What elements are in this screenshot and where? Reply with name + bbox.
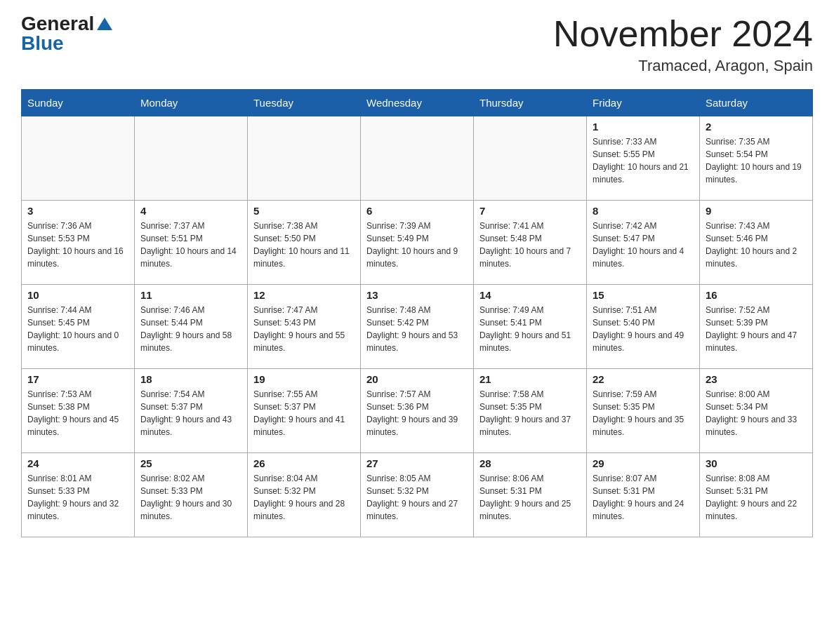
day-info: Sunrise: 7:58 AMSunset: 5:35 PMDaylight:…: [479, 388, 581, 438]
day-number: 12: [253, 289, 355, 301]
table-row: 5Sunrise: 7:38 AMSunset: 5:50 PMDaylight…: [248, 201, 361, 285]
day-info: Sunrise: 7:51 AMSunset: 5:40 PMDaylight:…: [593, 304, 694, 354]
day-info: Sunrise: 7:38 AMSunset: 5:50 PMDaylight:…: [253, 220, 355, 270]
table-row: 6Sunrise: 7:39 AMSunset: 5:49 PMDaylight…: [361, 201, 474, 285]
table-row: 13Sunrise: 7:48 AMSunset: 5:42 PMDayligh…: [361, 285, 474, 369]
table-row: 29Sunrise: 8:07 AMSunset: 5:31 PMDayligh…: [587, 453, 700, 537]
day-info: Sunrise: 7:33 AMSunset: 5:55 PMDaylight:…: [593, 135, 694, 186]
day-number: 17: [27, 373, 128, 385]
day-number: 30: [706, 457, 807, 469]
calendar-week-row: 3Sunrise: 7:36 AMSunset: 5:53 PMDaylight…: [22, 201, 813, 285]
day-number: 14: [479, 289, 581, 301]
col-friday: Friday: [587, 90, 700, 116]
day-info: Sunrise: 7:44 AMSunset: 5:45 PMDaylight:…: [27, 304, 128, 354]
day-number: 11: [140, 289, 241, 301]
day-info: Sunrise: 7:57 AMSunset: 5:36 PMDaylight:…: [366, 388, 468, 438]
table-row: 14Sunrise: 7:49 AMSunset: 5:41 PMDayligh…: [474, 285, 587, 369]
day-number: 2: [706, 121, 807, 133]
day-number: 16: [706, 289, 807, 301]
table-row: 27Sunrise: 8:05 AMSunset: 5:32 PMDayligh…: [361, 453, 474, 537]
table-row: 7Sunrise: 7:41 AMSunset: 5:48 PMDaylight…: [474, 201, 587, 285]
col-monday: Monday: [135, 90, 248, 116]
col-saturday: Saturday: [700, 90, 813, 116]
table-row: 15Sunrise: 7:51 AMSunset: 5:40 PMDayligh…: [587, 285, 700, 369]
table-row: 20Sunrise: 7:57 AMSunset: 5:36 PMDayligh…: [361, 369, 474, 453]
day-info: Sunrise: 7:39 AMSunset: 5:49 PMDaylight:…: [366, 220, 468, 270]
table-row: 4Sunrise: 7:37 AMSunset: 5:51 PMDaylight…: [135, 201, 248, 285]
calendar-table: Sunday Monday Tuesday Wednesday Thursday…: [21, 89, 813, 537]
calendar-week-row: 1Sunrise: 7:33 AMSunset: 5:55 PMDaylight…: [22, 116, 813, 201]
table-row: 21Sunrise: 7:58 AMSunset: 5:35 PMDayligh…: [474, 369, 587, 453]
table-row: 28Sunrise: 8:06 AMSunset: 5:31 PMDayligh…: [474, 453, 587, 537]
day-info: Sunrise: 7:59 AMSunset: 5:35 PMDaylight:…: [593, 388, 694, 438]
day-info: Sunrise: 7:35 AMSunset: 5:54 PMDaylight:…: [706, 135, 807, 186]
table-row: 10Sunrise: 7:44 AMSunset: 5:45 PMDayligh…: [22, 285, 135, 369]
day-info: Sunrise: 8:07 AMSunset: 5:31 PMDaylight:…: [593, 472, 694, 523]
table-row: 23Sunrise: 8:00 AMSunset: 5:34 PMDayligh…: [700, 369, 813, 453]
day-info: Sunrise: 8:05 AMSunset: 5:32 PMDaylight:…: [366, 472, 468, 523]
table-row: [22, 116, 135, 201]
day-info: Sunrise: 8:06 AMSunset: 5:31 PMDaylight:…: [479, 472, 581, 523]
day-number: 26: [253, 457, 355, 469]
svg-marker-0: [97, 18, 112, 30]
day-info: Sunrise: 8:02 AMSunset: 5:33 PMDaylight:…: [140, 472, 241, 523]
day-number: 3: [27, 205, 128, 217]
col-sunday: Sunday: [22, 90, 135, 116]
table-row: 25Sunrise: 8:02 AMSunset: 5:33 PMDayligh…: [135, 453, 248, 537]
calendar-header-row: Sunday Monday Tuesday Wednesday Thursday…: [22, 90, 813, 116]
day-info: Sunrise: 7:43 AMSunset: 5:46 PMDaylight:…: [706, 220, 807, 270]
table-row: 24Sunrise: 8:01 AMSunset: 5:33 PMDayligh…: [22, 453, 135, 537]
calendar-week-row: 10Sunrise: 7:44 AMSunset: 5:45 PMDayligh…: [22, 285, 813, 369]
title-block: November 2024 Tramaced, Aragon, Spain: [553, 14, 813, 75]
table-row: 8Sunrise: 7:42 AMSunset: 5:47 PMDaylight…: [587, 201, 700, 285]
day-number: 29: [593, 457, 694, 469]
table-row: 26Sunrise: 8:04 AMSunset: 5:32 PMDayligh…: [248, 453, 361, 537]
table-row: [135, 116, 248, 201]
page-header: General Blue November 2024 Tramaced, Ara…: [21, 14, 813, 75]
day-info: Sunrise: 7:42 AMSunset: 5:47 PMDaylight:…: [593, 220, 694, 270]
day-number: 7: [479, 205, 581, 217]
day-number: 25: [140, 457, 241, 469]
table-row: [248, 116, 361, 201]
table-row: 16Sunrise: 7:52 AMSunset: 5:39 PMDayligh…: [700, 285, 813, 369]
calendar-week-row: 24Sunrise: 8:01 AMSunset: 5:33 PMDayligh…: [22, 453, 813, 537]
day-info: Sunrise: 7:55 AMSunset: 5:37 PMDaylight:…: [253, 388, 355, 438]
table-row: 2Sunrise: 7:35 AMSunset: 5:54 PMDaylight…: [700, 116, 813, 201]
day-number: 9: [706, 205, 807, 217]
page-location: Tramaced, Aragon, Spain: [553, 57, 813, 75]
day-number: 4: [140, 205, 241, 217]
table-row: 30Sunrise: 8:08 AMSunset: 5:31 PMDayligh…: [700, 453, 813, 537]
day-number: 15: [593, 289, 694, 301]
day-number: 20: [366, 373, 468, 385]
table-row: 11Sunrise: 7:46 AMSunset: 5:44 PMDayligh…: [135, 285, 248, 369]
day-number: 27: [366, 457, 468, 469]
logo-blue-text: Blue: [21, 34, 64, 53]
day-number: 1: [593, 121, 694, 133]
day-info: Sunrise: 7:47 AMSunset: 5:43 PMDaylight:…: [253, 304, 355, 354]
day-number: 13: [366, 289, 468, 301]
table-row: 18Sunrise: 7:54 AMSunset: 5:37 PMDayligh…: [135, 369, 248, 453]
page-title: November 2024: [553, 14, 813, 54]
table-row: 12Sunrise: 7:47 AMSunset: 5:43 PMDayligh…: [248, 285, 361, 369]
day-number: 6: [366, 205, 468, 217]
table-row: 19Sunrise: 7:55 AMSunset: 5:37 PMDayligh…: [248, 369, 361, 453]
day-info: Sunrise: 7:54 AMSunset: 5:37 PMDaylight:…: [140, 388, 241, 438]
day-info: Sunrise: 8:04 AMSunset: 5:32 PMDaylight:…: [253, 472, 355, 523]
day-number: 22: [593, 373, 694, 385]
col-wednesday: Wednesday: [361, 90, 474, 116]
day-number: 21: [479, 373, 581, 385]
day-number: 5: [253, 205, 355, 217]
day-number: 23: [706, 373, 807, 385]
day-number: 19: [253, 373, 355, 385]
day-number: 18: [140, 373, 241, 385]
calendar-week-row: 17Sunrise: 7:53 AMSunset: 5:38 PMDayligh…: [22, 369, 813, 453]
day-number: 24: [27, 457, 128, 469]
day-info: Sunrise: 7:37 AMSunset: 5:51 PMDaylight:…: [140, 220, 241, 270]
day-info: Sunrise: 8:08 AMSunset: 5:31 PMDaylight:…: [706, 472, 807, 523]
table-row: 17Sunrise: 7:53 AMSunset: 5:38 PMDayligh…: [22, 369, 135, 453]
day-info: Sunrise: 7:52 AMSunset: 5:39 PMDaylight:…: [706, 304, 807, 354]
logo-general-text: General: [21, 14, 94, 34]
day-info: Sunrise: 7:36 AMSunset: 5:53 PMDaylight:…: [27, 220, 128, 270]
day-number: 28: [479, 457, 581, 469]
day-number: 8: [593, 205, 694, 217]
